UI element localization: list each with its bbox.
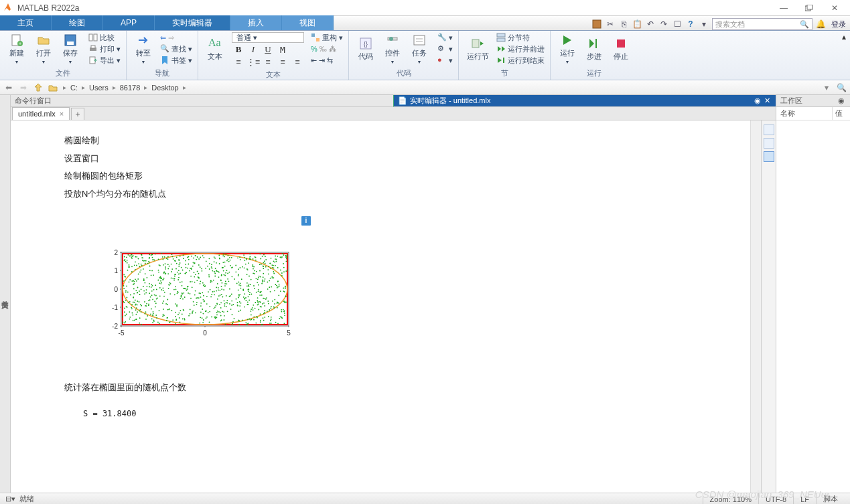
svg-point-798 [239,256,240,258]
crumb-2[interactable]: 86178 [120,84,141,92]
back-fwd-button[interactable]: ⇐⇒ [159,32,194,43]
split-button[interactable]: 分节符 [495,32,546,43]
save-button[interactable]: 保存▼ [58,32,83,66]
svg-point-871 [222,296,224,297]
login-link[interactable]: 登录 [831,19,846,29]
filetab-untitled[interactable]: untitled.mlx × [12,107,70,120]
run-button[interactable]: 运行▼ [555,32,580,66]
align-center-button[interactable]: ≡ [276,56,289,68]
live-editor[interactable]: 椭圆绘制 设置窗口 绘制椭圆的包络矩形 投放N个均匀分布的随机点 i 2 1 [11,120,750,493]
nav-up-button[interactable] [32,82,44,94]
ws-col-value[interactable]: 值 [833,107,850,120]
comment-button[interactable]: % ‰ ⁂ [309,44,344,54]
bold-button[interactable]: B [232,44,245,56]
svg-point-158 [267,269,269,270]
runadvance-button[interactable]: 运行并前进 [495,44,546,54]
find-button[interactable]: 🔍查找 ▾ [159,44,194,54]
help-icon[interactable]: ? [685,19,696,29]
svg-point-930 [258,277,259,278]
codetool3-button[interactable]: ● ▾ [436,55,454,66]
status-zoom[interactable]: Zoom: 110% [703,493,758,504]
compare-button[interactable]: 比较 [87,32,122,43]
task-button[interactable]: 任务▼ [407,32,432,66]
stop-button[interactable]: 停止 [608,32,634,66]
tab-liveeditor[interactable]: 实时编辑器 [155,15,230,30]
goto-button[interactable]: 转至▼ [131,32,156,66]
new-button[interactable]: +新建▼ [4,32,29,66]
tab-plots[interactable]: 绘图 [52,15,103,30]
svg-point-582 [219,257,220,258]
nav-browse-button[interactable] [47,82,59,94]
svg-point-416 [122,316,123,317]
refactor-button[interactable]: 重构 ▾ [309,32,344,43]
status-encoding[interactable]: UTF-8 [758,493,793,504]
close-button[interactable]: ✕ [822,1,847,15]
numlist-button[interactable]: ≡ [232,56,245,68]
copy-icon[interactable]: ⎘ [618,19,629,29]
codetool1-button[interactable]: 🔧 ▾ [436,32,454,43]
minimize-button[interactable]: — [771,1,796,15]
switch-windows-icon[interactable]: ☐ [672,19,683,29]
ws-col-name[interactable]: 名称 [776,107,833,120]
doc-search-input[interactable]: 搜索文档 🔍 [712,18,812,30]
open-button[interactable]: 打开▼ [31,32,56,66]
cut-icon[interactable]: ✂ [605,19,616,29]
tab-view[interactable]: 视图 [282,15,334,30]
addr-dropdown-button[interactable]: ▾ [821,82,833,94]
italic-button[interactable]: I [246,44,260,56]
view-mode-1-button[interactable] [764,124,774,135]
addr-search-button[interactable]: 🔍 [835,82,847,94]
svg-point-283 [211,316,212,317]
bookmark-button[interactable]: 书签 ▾ [159,55,194,66]
nav-fwd-button[interactable]: ➡ [17,82,29,94]
tab-home[interactable]: 主页 [0,15,52,30]
runtoend-button[interactable]: 运行到结束 [495,55,546,66]
nav-back-button[interactable]: ⬅ [3,82,15,94]
toolstrip-collapse-button[interactable]: ▴ [838,31,850,80]
bell-icon[interactable]: 🔔 [815,19,826,29]
tab-insert[interactable]: 插入 [230,15,282,30]
crumb-1[interactable]: Users [89,84,109,92]
redo-icon[interactable]: ↷ [658,19,669,29]
status-mode[interactable]: 脚本 [816,493,845,504]
svg-point-627 [134,301,135,303]
workspace-header[interactable]: 工作区 ◉ [776,95,850,107]
bullist-button[interactable]: ⋮≡ [246,56,260,68]
workspace-menu-button[interactable]: ◉ [837,96,846,106]
align-left-button[interactable]: ≡ [261,56,275,68]
crumb-3[interactable]: Desktop [151,84,178,92]
runsection-button[interactable]: 运行节 [463,32,492,66]
export-button[interactable]: 导出 ▾ [87,55,122,66]
print-button[interactable]: 打印 ▾ [87,44,122,54]
style-select[interactable]: 普通 ▾ [232,32,304,43]
search-icon[interactable]: 🔍 [800,20,809,29]
maximize-button[interactable] [796,1,822,15]
status-lineending[interactable]: LF [793,493,816,504]
current-folder-collapsed[interactable]: 当前文件夹 [0,95,11,493]
codetool2-button[interactable]: ⚙ ▾ [436,44,454,54]
tab-apps[interactable]: APP [103,15,155,30]
save-quick-icon[interactable] [591,19,602,29]
info-badge-icon[interactable]: i [301,216,311,226]
pane-dock-button[interactable]: ◉ [753,96,762,106]
indent-button[interactable]: ⇤ ⇥ ⇆ [309,55,344,66]
crumb-drive[interactable]: C: [70,84,78,92]
underline-button[interactable]: U [261,44,275,56]
paste-icon[interactable]: 📋 [632,19,642,29]
code-button[interactable]: {}代码 [353,32,378,66]
control-button[interactable]: 控件▼ [380,32,405,66]
command-window-header[interactable]: 命令行窗口 📄 实时编辑器 - untitled.mlx ◉ ✕ [11,95,776,107]
pane-close-button[interactable]: ✕ [762,96,772,106]
align-right-button[interactable]: ≡ [291,56,304,68]
text-button[interactable]: Aa文本 [202,32,228,66]
editor-scrollbar[interactable] [750,120,761,493]
view-mode-2-button[interactable] [764,138,774,149]
mono-button[interactable]: M [276,44,289,56]
undo-icon[interactable]: ↶ [645,19,656,29]
dropdown-icon[interactable]: ▾ [699,19,709,29]
step-button[interactable]: 步进 [581,32,607,66]
view-mode-3-button[interactable] [764,151,774,162]
status-toggle-icon[interactable]: ⊟▾ [5,495,15,503]
filetab-close-button[interactable]: × [60,110,64,118]
new-filetab-button[interactable]: + [71,108,84,120]
